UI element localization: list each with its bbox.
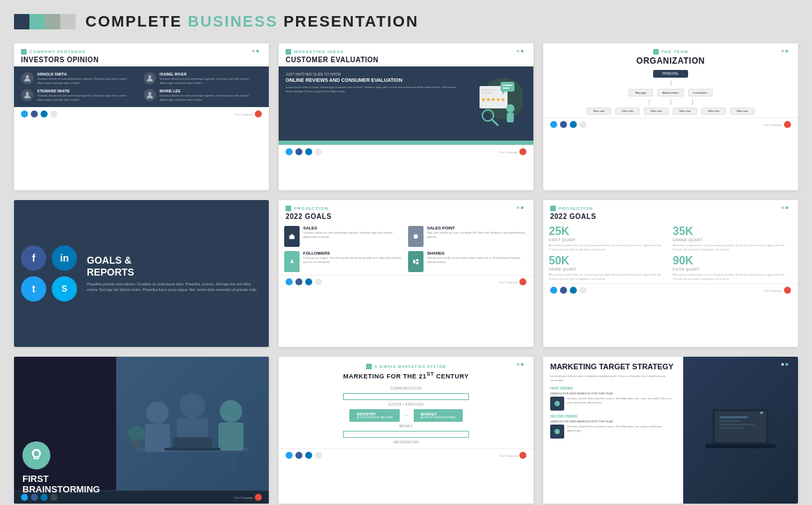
slide-marketing-strategy[interactable]: MARKETING TARGET STRATEGY Lorem ipsum do… bbox=[543, 357, 798, 504]
footer-company-8: Your Company bbox=[499, 454, 517, 457]
slide-corner-8 bbox=[517, 361, 528, 368]
svg-line-12 bbox=[492, 120, 498, 125]
org-top: PRINCIPAL bbox=[653, 70, 688, 78]
org-sales-2: Sales man bbox=[615, 108, 640, 115]
goal-content-shares: SHARES Sed laoreet nisl dui, sit phir ni… bbox=[427, 251, 528, 264]
stat-90k: 90K FIFTH QUART Maecenas condimentum mi … bbox=[673, 255, 792, 280]
dot-active bbox=[256, 50, 259, 52]
page-title: COMPLETE BUSINESS PRESENTATION bbox=[85, 13, 419, 31]
dot bbox=[517, 50, 519, 52]
logo-dot-8 bbox=[519, 452, 526, 459]
dot-active bbox=[521, 206, 524, 209]
person-2: ISABEL RIVER Vivamus dictum est sed scel… bbox=[144, 72, 262, 85]
org-row-3: Sales man Sales man Sales man Sales man … bbox=[587, 108, 755, 115]
svg-rect-24 bbox=[416, 262, 419, 264]
slide-title-6: 2022 GOALS bbox=[550, 213, 791, 220]
person-name-2: ISABEL RIVER bbox=[160, 72, 262, 76]
dot bbox=[517, 206, 519, 209]
strategy-label-1: FIRST FINDING bbox=[550, 387, 676, 390]
eval-illustration: ★★★★★ bbox=[463, 72, 526, 135]
slide-header-6: PROJECTION 2022 GOALS bbox=[543, 200, 798, 223]
svg-rect-7 bbox=[481, 90, 498, 91]
goals-heading: GOALS &REPORTS bbox=[87, 255, 262, 278]
svg-rect-45 bbox=[720, 424, 755, 425]
slide-title-5: 2022 GOALS bbox=[286, 213, 526, 220]
dot-active bbox=[521, 50, 524, 52]
svg-rect-42 bbox=[706, 444, 776, 448]
swatch-3 bbox=[45, 14, 60, 29]
logo-dot bbox=[255, 111, 262, 118]
linkedin-icon bbox=[305, 452, 312, 459]
slide-footer-5: Your Company bbox=[279, 275, 533, 288]
strategy-icon-1 bbox=[550, 397, 564, 411]
eval-sublabel: JUST ANOTHER SLIDE TO SHOW bbox=[286, 72, 458, 76]
slide-goals-reports[interactable]: f in t S GOALS &REPORTS Phasellus gravid… bbox=[14, 200, 269, 347]
slide-customer-evaluation[interactable]: MARKETING IDEAS CUSTOMER EVALUATION JUST… bbox=[279, 43, 533, 190]
logo-dot-6 bbox=[784, 287, 791, 294]
swatch-1 bbox=[14, 14, 29, 29]
stat-number-35k: 35K bbox=[673, 226, 792, 237]
svg-point-1 bbox=[148, 76, 152, 79]
goal-content-sales: SALES Vivamus dictum est sed scelerisque… bbox=[303, 226, 404, 239]
facebook-icon bbox=[560, 287, 567, 294]
strategy-label-2: SECOND FINDING bbox=[550, 415, 676, 418]
person-desc-2: Vivamus dictum est sed scelerisque egest… bbox=[160, 77, 262, 85]
line bbox=[671, 99, 671, 105]
slide-organization[interactable]: THE TEAM ORGANIZATION PRINCIPAL Manager … bbox=[543, 43, 798, 190]
linkedin-icon bbox=[570, 287, 577, 294]
slide-footer-8: Your Company bbox=[279, 448, 533, 462]
org-coord: Coordinator bbox=[688, 89, 713, 97]
eval-heading: ONLINE REVIEWS AND CONSUMER EVALUATION bbox=[286, 78, 458, 83]
slide-brainstorming[interactable]: FIRSTBRAINSTORMING Your Company bbox=[14, 357, 269, 504]
strategy-item-2: SECOND FINDING SEARCH FOR NEW MARKETS FO… bbox=[550, 415, 676, 439]
strategy-photo bbox=[683, 357, 798, 504]
web-icon bbox=[315, 148, 322, 155]
avatar-1 bbox=[21, 72, 34, 85]
svg-rect-13 bbox=[500, 82, 514, 92]
header: COMPLETE BUSINESS PRESENTATION bbox=[14, 13, 798, 31]
footer-logo-6: Your Company bbox=[764, 287, 791, 294]
org-label: THE TEAM bbox=[550, 49, 791, 55]
svg-rect-17 bbox=[289, 236, 295, 239]
slide-header-5: PROJECTION 2022 GOALS bbox=[279, 200, 533, 223]
slide-2022-goals-right[interactable]: PROJECTION 2022 GOALS 25K FIRST QUART Ma… bbox=[543, 200, 798, 347]
goal-desc-sales: Vivamus dictum est sed scelerisque egest… bbox=[303, 231, 404, 239]
stat-desc-50k: Maecenas condimentum mi id consequat por… bbox=[549, 273, 668, 280]
footer-company-5: Your Company bbox=[499, 280, 517, 284]
person-desc-4: Vivamus dictum est sed scelerisque egest… bbox=[160, 94, 262, 101]
dot bbox=[252, 50, 255, 52]
svg-point-9 bbox=[506, 104, 514, 113]
dot bbox=[517, 363, 519, 366]
market-block: MARKET (A COLLECTION OF BUYERS) bbox=[414, 409, 463, 422]
industry-block: INDUSTRY (A COLLECTION OF SELLERS) bbox=[349, 409, 399, 422]
footer-logo-2: Your Company bbox=[499, 148, 526, 155]
logo-dot-3 bbox=[784, 121, 791, 128]
slide-investors-opinion[interactable]: COMPANY PARTNERS INVESTORS OPINION ARNOL… bbox=[14, 43, 269, 190]
svg-point-47 bbox=[760, 411, 763, 414]
goal-desc-shares: Sed laoreet nisl dui, sit phir nisl a qu… bbox=[427, 256, 528, 264]
slide-corner-9 bbox=[781, 361, 792, 368]
brainstorm-content: FIRSTBRAINSTORMING bbox=[14, 357, 269, 504]
footer-social-icons bbox=[21, 111, 57, 118]
stat-value-50k: 50K THIRD QUART Maecenas condimentum mi … bbox=[549, 255, 668, 280]
svg-text:★★★★★: ★★★★★ bbox=[481, 97, 505, 103]
svg-point-3 bbox=[148, 92, 152, 96]
twitter-icon bbox=[286, 148, 293, 155]
twitter-icon bbox=[286, 452, 293, 459]
stat-value-35k: 35K GRAND QUART Maecenas condimentum mi … bbox=[673, 226, 792, 251]
svg-rect-46 bbox=[720, 427, 744, 429]
goal-name-followers: FOLLOWERS bbox=[303, 251, 404, 255]
slide-corner-decoration bbox=[252, 48, 263, 55]
slides-grid: COMPANY PARTNERS INVESTORS OPINION ARNOL… bbox=[14, 43, 798, 504]
goals-reports-content: f in t S GOALS &REPORTS Phasellus gravid… bbox=[14, 200, 269, 347]
line bbox=[692, 99, 693, 105]
slide-marketing-21st[interactable]: A SIMPLE MARKETING SYSTEM MARKETING FOR … bbox=[279, 357, 533, 504]
salespoint-icon bbox=[408, 226, 424, 247]
slide-2022-goals-left[interactable]: PROJECTION 2022 GOALS SALES Vivamus dict… bbox=[279, 200, 533, 347]
goal-name-shares: SHARES bbox=[427, 251, 528, 255]
money-box bbox=[343, 431, 469, 438]
goal-sales: SALES Vivamus dictum est sed scelerisque… bbox=[284, 226, 404, 247]
line bbox=[649, 99, 650, 105]
strategy-layout: MARKETING TARGET STRATEGY Lorem ipsum do… bbox=[543, 357, 798, 504]
color-swatches bbox=[14, 14, 76, 29]
